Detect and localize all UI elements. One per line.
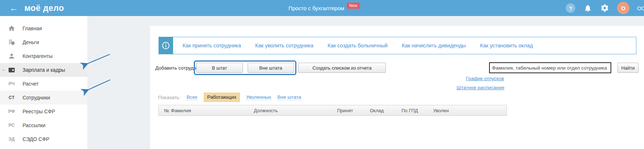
back-arrow-icon[interactable]: ← xyxy=(9,4,18,12)
col-gpd: По ГПД xyxy=(401,108,433,113)
col-hired: Принят xyxy=(337,108,370,113)
sidebar-nav: Главная ₽ Деньги Контрагенты − Зарплата … xyxy=(0,16,87,149)
sidebar-item-label: Реестры СФР xyxy=(23,109,55,114)
tagline-text[interactable]: Просто с бухгалтером xyxy=(288,5,344,11)
sidebar-item-salary-hr[interactable]: − Зарплата и кадры xyxy=(0,63,87,77)
sidebar-item-money[interactable]: ₽ Деньги xyxy=(0,35,87,49)
sidebar-item-code: РС xyxy=(7,123,17,128)
sidebar-item-label: Деньги xyxy=(23,39,39,45)
header-actions: ? O ООО xyxy=(566,0,644,16)
employees-table-header: № Фамилия Должность Принят Оклад По ГПД … xyxy=(158,105,507,116)
col-dismissed: Уволен xyxy=(433,108,507,113)
new-badge: New xyxy=(347,3,360,9)
link-how-to-hire[interactable]: Как принять сотрудника xyxy=(183,43,241,48)
create-from-report-button[interactable]: Создать списком из отчета xyxy=(298,63,386,73)
help-banner: Как принять сотрудника Как уволить сотру… xyxy=(159,37,636,54)
link-how-to-fire[interactable]: Как уволить сотрудника xyxy=(255,43,313,48)
show-filters: Показать: Всех Работающих Уволенных Вне … xyxy=(158,93,301,102)
help-links-bar: Как принять сотрудника Как уволить сотру… xyxy=(173,37,636,54)
bell-icon[interactable] xyxy=(583,3,592,13)
sidebar-item-sfr-registers[interactable]: РФ Реестры СФР xyxy=(0,105,87,118)
link-how-to-dividends[interactable]: Как начислить дивиденды xyxy=(402,43,466,48)
sidebar-item-label: Расчет xyxy=(23,81,39,87)
top-header: ← моё дело Просто с бухгалтером New ? O … xyxy=(0,0,644,16)
main-content: Как принять сотрудника Как уволить сотру… xyxy=(150,26,644,149)
sidebar-item-code: РФ xyxy=(7,109,17,114)
out-of-staff-button[interactable]: Вне штата xyxy=(248,63,294,73)
col-position: Должность xyxy=(254,108,337,113)
user-avatar[interactable]: O xyxy=(617,2,629,14)
info-icon xyxy=(159,37,173,54)
sidebar-item-mailings[interactable]: РС Рассылки xyxy=(0,118,87,132)
money-icon: ₽ xyxy=(7,39,17,46)
sidebar-item-sedo-sfr[interactable]: ЭД СЭДО СФР xyxy=(0,132,87,146)
filter-working[interactable]: Работающих xyxy=(204,93,240,102)
col-salary: Оклад xyxy=(370,108,401,113)
sidebar-item-label: Главная xyxy=(23,26,42,31)
sidebar-item-home[interactable]: Главная xyxy=(0,21,87,35)
sidebar-item-employees[interactable]: СТ Сотрудники xyxy=(0,91,87,105)
header-tagline-group: Просто с бухгалтером New xyxy=(288,5,360,11)
show-label: Показать: xyxy=(158,95,180,100)
sidebar-item-label: Рассылки xyxy=(23,122,45,128)
filter-out-of-staff[interactable]: Вне штата xyxy=(277,94,301,101)
sidebar-item-calculation[interactable]: РЧ Расчет xyxy=(0,77,87,91)
sidebar-item-code: ЭД xyxy=(7,137,17,142)
arrow-to-employees xyxy=(84,80,110,92)
sidebar-item-contractors[interactable]: Контрагенты xyxy=(0,49,87,63)
col-number: № xyxy=(159,108,171,113)
salary-icon xyxy=(7,66,17,74)
contractors-icon xyxy=(7,52,17,60)
find-button[interactable]: Найти xyxy=(617,63,639,73)
employee-search-input[interactable] xyxy=(489,62,611,73)
org-name[interactable]: ООО xyxy=(637,5,644,11)
filter-dismissed[interactable]: Уволенных xyxy=(246,94,271,101)
collapse-marker[interactable]: − xyxy=(0,67,7,73)
sidebar-item-code: СТ xyxy=(7,95,17,100)
annotation-highlight-box: В штат Вне штата xyxy=(194,60,296,75)
link-how-to-salary[interactable]: Как установить оклад xyxy=(480,43,533,48)
gear-icon[interactable] xyxy=(600,3,609,13)
filter-all[interactable]: Всех xyxy=(187,94,197,101)
sidebar-item-code: РЧ xyxy=(7,81,17,86)
link-how-to-sickleave[interactable]: Как создать больничный xyxy=(328,43,388,48)
help-icon[interactable]: ? xyxy=(566,3,575,13)
sidebar-item-label: СЭДО СФР xyxy=(23,136,49,142)
vacation-schedule-link[interactable]: График отпусков xyxy=(466,76,504,81)
employees-page: { "header": { "back_arrow": "←", "logo":… xyxy=(0,0,644,149)
svg-text:₽: ₽ xyxy=(12,42,14,45)
app-logo[interactable]: моё дело xyxy=(24,3,64,13)
sidebar-item-label: Зарплата и кадры xyxy=(23,67,65,73)
sidebar-item-label: Сотрудники xyxy=(23,95,50,101)
home-icon xyxy=(7,25,17,32)
col-lastname: Фамилия xyxy=(171,108,254,113)
sidebar-item-label: Контрагенты xyxy=(23,53,52,59)
in-staff-button[interactable]: В штат xyxy=(196,63,243,73)
staffing-table-link[interactable]: Штатное расписание xyxy=(457,85,504,90)
